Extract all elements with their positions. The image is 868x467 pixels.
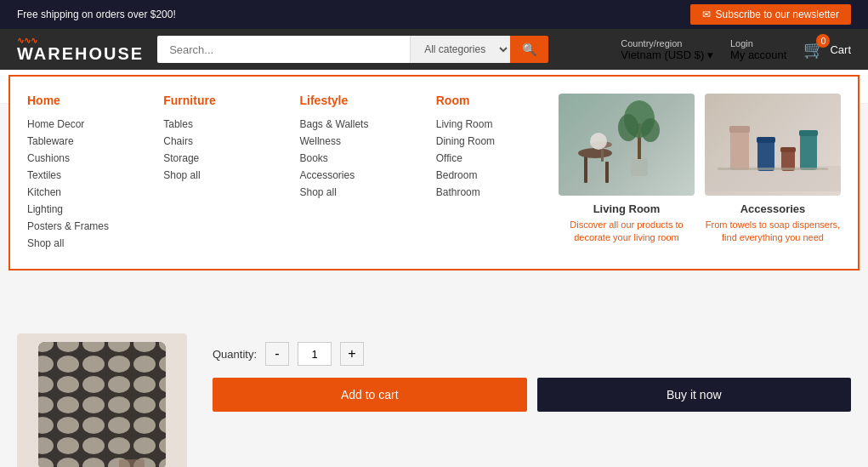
- quantity-input[interactable]: [298, 342, 332, 366]
- mega-link-dining-room[interactable]: Dining Room: [436, 133, 545, 150]
- mega-col-lifestyle-title: Lifestyle: [300, 94, 409, 107]
- category-select[interactable]: All categories: [410, 36, 510, 63]
- mega-link-wellness[interactable]: Wellness: [300, 133, 409, 150]
- living-room-card-title: Living Room: [559, 202, 695, 215]
- product-image-svg: [30, 333, 174, 467]
- mega-link-kitchen[interactable]: Kitchen: [27, 184, 136, 201]
- svg-rect-23: [38, 342, 166, 467]
- svg-point-9: [618, 114, 638, 141]
- search-icon: 🔍: [522, 43, 536, 56]
- accessories-svg: [705, 98, 841, 191]
- svg-rect-6: [631, 157, 648, 176]
- living-room-svg: [559, 98, 695, 191]
- action-buttons: Add to cart Buy it now: [213, 378, 851, 412]
- mega-link-living-room[interactable]: Living Room: [436, 116, 545, 133]
- header-right: Country/region Vietnam (USD $) ▾ Login M…: [621, 38, 851, 61]
- living-room-card-desc: Discover all our products to decorate yo…: [559, 219, 695, 245]
- cart-label: Cart: [830, 43, 851, 56]
- country-name: Vietnam (USD $) ▾: [621, 48, 713, 61]
- mega-link-chairs[interactable]: Chairs: [163, 133, 272, 150]
- subscribe-button[interactable]: ✉ Subscribe to our newsletter: [690, 4, 851, 25]
- mega-link-home-decor[interactable]: Home Decor: [27, 116, 136, 133]
- page-content: Quantity: - + Add to cart Buy it now: [0, 316, 868, 467]
- my-account-text: My account: [730, 48, 786, 61]
- mega-menu: Home Home Decor Tableware Cushions Texti…: [9, 75, 859, 271]
- svg-rect-1: [605, 162, 609, 183]
- mega-link-accessories[interactable]: Accessories: [300, 167, 409, 184]
- mega-link-lighting[interactable]: Lighting: [27, 201, 136, 218]
- email-icon: ✉: [702, 9, 711, 20]
- mega-link-lifestyle-shop-all[interactable]: Shop all: [300, 184, 409, 201]
- svg-point-5: [590, 133, 607, 150]
- country-label: Country/region: [621, 38, 713, 48]
- mega-col-lifestyle: Lifestyle Bags & Wallets Wellness Books …: [286, 94, 423, 252]
- mega-link-storage[interactable]: Storage: [163, 150, 272, 167]
- country-selector[interactable]: Country/region Vietnam (USD $) ▾: [621, 38, 713, 61]
- mega-link-furniture-shop-all[interactable]: Shop all: [163, 167, 272, 184]
- mega-link-bags-wallets[interactable]: Bags & Wallets: [300, 116, 409, 133]
- mega-col-furniture: Furniture Tables Chairs Storage Shop all: [150, 94, 286, 252]
- site-header: ∿∿∿ WAREHOUSE All categories 🔍 Country/r…: [0, 29, 868, 70]
- mega-link-textiles[interactable]: Textiles: [27, 167, 136, 184]
- quantity-decrease-button[interactable]: -: [265, 342, 289, 366]
- login-label: Login: [730, 38, 786, 48]
- account-section[interactable]: Login My account: [730, 38, 786, 61]
- svg-rect-19: [799, 130, 818, 136]
- living-room-image: [559, 94, 695, 196]
- svg-point-2: [578, 148, 612, 158]
- mega-col-room-title: Room: [436, 94, 545, 107]
- logo-text: WAREHOUSE: [17, 45, 144, 62]
- product-controls: Quantity: - + Add to cart Buy it now: [204, 333, 851, 467]
- mega-col-room: Room Living Room Dining Room Office Bedr…: [423, 94, 559, 252]
- mega-link-home-shop-all[interactable]: Shop all: [27, 235, 136, 252]
- mega-card-living-room[interactable]: Living Room Discover all our products to…: [559, 94, 695, 252]
- quantity-increase-button[interactable]: +: [340, 342, 364, 366]
- mega-link-bathroom[interactable]: Bathroom: [436, 184, 545, 201]
- chevron-down-icon: ▾: [707, 48, 713, 61]
- mega-link-cushions[interactable]: Cushions: [27, 150, 136, 167]
- svg-rect-15: [757, 137, 775, 143]
- search-bar: All categories 🔍: [157, 36, 548, 63]
- cart-badge: 0: [816, 34, 830, 48]
- svg-rect-24: [119, 459, 145, 467]
- svg-rect-14: [757, 139, 774, 171]
- search-button[interactable]: 🔍: [510, 36, 548, 63]
- search-input[interactable]: [157, 36, 410, 63]
- svg-rect-13: [729, 126, 750, 133]
- mega-link-tables[interactable]: Tables: [163, 116, 272, 133]
- svg-rect-20: [718, 168, 828, 170]
- mega-col-furniture-title: Furniture: [163, 94, 272, 107]
- cart-icon-wrap: 🛒 0: [803, 39, 825, 60]
- cart-section[interactable]: 🛒 0 Cart: [803, 39, 851, 60]
- accessories-image: [705, 94, 841, 196]
- mega-link-books[interactable]: Books: [300, 150, 409, 167]
- svg-rect-18: [800, 132, 817, 170]
- add-to-cart-button[interactable]: Add to cart: [213, 378, 527, 412]
- mega-link-bedroom[interactable]: Bedroom: [436, 167, 545, 184]
- svg-rect-12: [730, 128, 749, 170]
- mega-col-home: Home Home Decor Tableware Cushions Texti…: [27, 94, 150, 252]
- mega-link-tableware[interactable]: Tableware: [27, 133, 136, 150]
- mega-col-home-title: Home: [27, 94, 136, 107]
- accessories-card-desc: From towels to soap dispensers, find eve…: [705, 219, 841, 245]
- mega-link-posters-frames[interactable]: Posters & Frames: [27, 218, 136, 235]
- site-logo[interactable]: ∿∿∿ WAREHOUSE: [17, 37, 144, 62]
- quantity-row: Quantity: - +: [213, 342, 851, 366]
- free-shipping-text: Free shipping on orders over $200!: [17, 9, 176, 20]
- subscribe-label: Subscribe to our newsletter: [716, 9, 839, 20]
- product-image-area: [17, 333, 187, 467]
- buy-now-button[interactable]: Buy it now: [537, 378, 852, 412]
- mega-card-accessories[interactable]: Accessories From towels to soap dispense…: [705, 94, 841, 252]
- mega-image-cards: Living Room Discover all our products to…: [559, 94, 841, 252]
- svg-rect-17: [780, 147, 796, 152]
- mega-link-office[interactable]: Office: [436, 150, 545, 167]
- accessories-card-title: Accessories: [705, 202, 841, 215]
- quantity-label: Quantity:: [213, 348, 257, 361]
- svg-point-10: [641, 118, 660, 142]
- top-banner: Free shipping on orders over $200! ✉ Sub…: [0, 0, 868, 29]
